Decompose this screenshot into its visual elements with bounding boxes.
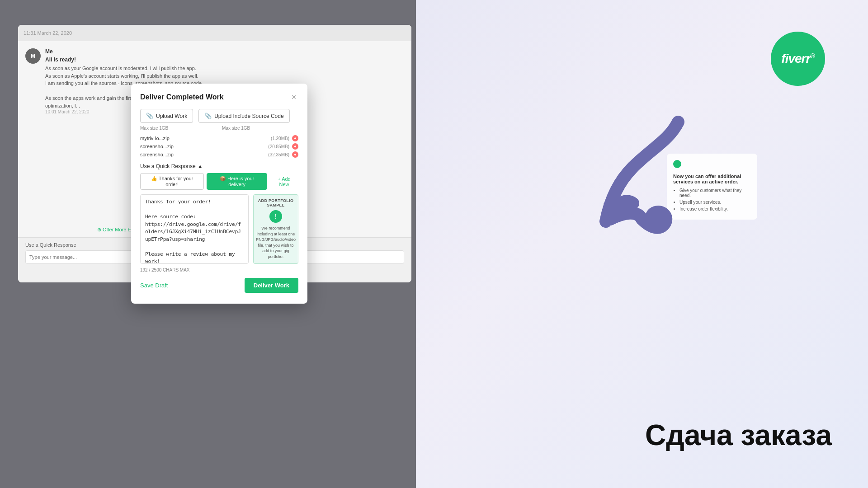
portfolio-title: ADD PORTFOLIO SAMPLE <box>257 198 294 207</box>
fiverr-registered-icon: ® <box>810 52 814 60</box>
add-new-tab[interactable]: + Add New <box>270 174 298 189</box>
file-name: screensho...zip <box>140 152 265 157</box>
russian-heading: Сдача заказа <box>645 418 832 452</box>
upload-work-button[interactable]: 📎 Upload Work <box>140 109 193 123</box>
modal-footer: Save Draft Deliver Work <box>140 278 298 293</box>
add-new-tab-label: + Add New <box>273 176 296 187</box>
paperclip-icon: 📎 <box>146 113 153 119</box>
file-name: screensho...zip <box>140 144 265 149</box>
fiverr-logo-text: fiverr® <box>781 52 814 66</box>
file-size: (1.20MB) <box>271 136 289 141</box>
fiverr-logo: fiverr® <box>771 32 825 86</box>
quick-response-section: Use a Quick Response ▲ 👍 Thanks for your… <box>140 163 298 190</box>
char-count: 192 / 2500 CHARS MAX <box>140 267 298 272</box>
upload-source-label: Upload Include Source Code <box>214 113 283 119</box>
file-remove-button[interactable]: ● <box>292 143 298 150</box>
chat-header: 11:31 March 22, 2020 <box>18 25 411 41</box>
max-size-work-label: Max size 1GB <box>140 126 217 131</box>
file-remove-button[interactable]: ● <box>292 135 298 141</box>
file-list: mytriv-lo...zip (1.20MB) ● screensho...z… <box>140 135 298 158</box>
portfolio-info-icon: ! <box>269 210 282 223</box>
upload-source-button[interactable]: 📎 Upload Include Source Code <box>198 109 289 123</box>
save-draft-button[interactable]: Save Draft <box>140 282 168 289</box>
upload-buttons-row: 📎 Upload Work 📎 Upload Include Source Co… <box>140 109 298 123</box>
arrow-decoration <box>597 113 696 241</box>
message-portfolio-row: Thanks for your order! Here source code:… <box>140 194 298 264</box>
file-remove-button[interactable]: ● <box>292 151 298 158</box>
modal-close-button[interactable]: × <box>289 93 298 102</box>
modal-title: Deliver Completed Work <box>140 93 224 101</box>
sender-name: Me <box>45 48 404 55</box>
quick-response-header: Use a Quick Response ▲ <box>140 163 298 169</box>
quick-response-tabs: 👍 Thanks for your order! 📦 Here is your … <box>140 173 298 190</box>
max-size-source-label: Max size 1GB <box>222 126 298 131</box>
avatar: M <box>25 48 41 64</box>
upload-work-label: Upload Work <box>156 113 187 119</box>
here-delivery-tab-label: 📦 Here is your delivery <box>212 176 262 187</box>
paperclip-icon: 📎 <box>204 113 212 119</box>
file-item: mytriv-lo...zip (1.20MB) ● <box>140 135 298 141</box>
file-item: screensho...zip (32.35MB) ● <box>140 151 298 158</box>
max-size-row: Max size 1GB Max size 1GB <box>140 126 298 131</box>
portfolio-desc: We recommend including at least one PNG/… <box>256 225 296 260</box>
thanks-order-tab-label: 👍 Thanks for your order! <box>145 176 199 187</box>
modal-header: Deliver Completed Work × <box>140 93 298 102</box>
file-name: mytriv-lo...zip <box>140 136 268 141</box>
deliver-work-button[interactable]: Deliver Work <box>245 278 298 293</box>
message-textarea[interactable]: Thanks for your order! Here source code:… <box>140 194 249 264</box>
quick-response-label: Use a Quick Response <box>140 163 196 169</box>
deliver-completed-work-modal: Deliver Completed Work × 📎 Upload Work 📎… <box>131 84 307 304</box>
message-subject: All is ready! <box>45 56 404 63</box>
thanks-order-tab[interactable]: 👍 Thanks for your order! <box>140 173 204 190</box>
file-size: (32.35MB) <box>268 152 289 157</box>
chat-timestamp: 11:31 March 22, 2020 <box>24 30 72 36</box>
portfolio-sample-box: ADD PORTFOLIO SAMPLE ! We recommend incl… <box>253 194 298 264</box>
quick-response-arrow: ▲ <box>198 163 203 169</box>
here-delivery-tab[interactable]: 📦 Here is your delivery <box>207 173 267 190</box>
file-item: screensho...zip (20.85MB) ● <box>140 143 298 150</box>
file-size: (20.85MB) <box>268 144 289 149</box>
